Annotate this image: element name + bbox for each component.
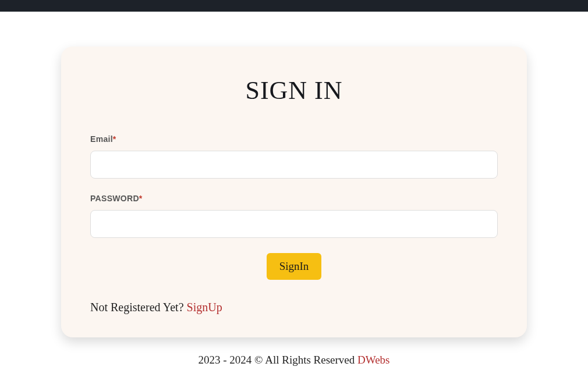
signup-row: Not Registered Yet? SignUp — [90, 301, 498, 314]
email-group: Email* — [90, 134, 498, 179]
email-label-text: Email — [90, 134, 113, 144]
signin-button[interactable]: SignIn — [267, 253, 322, 280]
email-required-mark: * — [113, 134, 116, 144]
email-field[interactable] — [90, 151, 498, 179]
signup-link[interactable]: SignUp — [187, 301, 222, 314]
password-group: PASSWORD* — [90, 194, 498, 238]
signin-title: SIGN IN — [90, 76, 498, 105]
password-label-text: PASSWORD — [90, 194, 139, 203]
password-field[interactable] — [90, 210, 498, 238]
password-required-mark: * — [139, 194, 143, 203]
signin-card: SIGN IN Email* PASSWORD* SignIn Not Regi… — [61, 47, 527, 337]
not-registered-text: Not Registered Yet? — [90, 301, 187, 314]
password-label: PASSWORD* — [90, 194, 498, 203]
footer-copyright: 2023 - 2024 © All Rights Reserved — [198, 354, 357, 366]
top-navbar — [0, 0, 588, 12]
footer: 2023 - 2024 © All Rights Reserved DWebs — [61, 354, 527, 378]
submit-row: SignIn — [90, 253, 498, 280]
footer-brand: DWebs — [357, 354, 389, 366]
email-label: Email* — [90, 134, 498, 144]
